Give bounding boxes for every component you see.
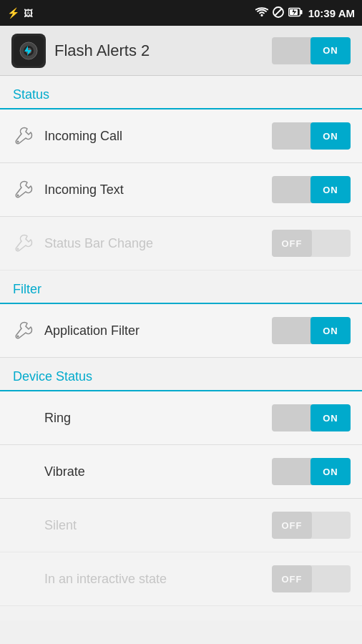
svg-point-12 <box>17 248 19 250</box>
status-bar-change-toggle[interactable]: OFF <box>272 230 351 257</box>
vibrate-label: Vibrate <box>44 464 85 479</box>
no-signal-icon <box>273 6 284 20</box>
incoming-call-label: Incoming Call <box>44 129 122 144</box>
wrench-icon <box>11 178 34 201</box>
image-icon: 🖼 <box>24 8 33 19</box>
app-header: Flash Alerts 2 ON <box>0 26 362 76</box>
wifi-icon <box>255 7 268 19</box>
incoming-text-toggle[interactable]: ON <box>272 176 351 203</box>
silent-label: Silent <box>44 518 77 533</box>
setting-row-left: Incoming Call <box>11 125 122 147</box>
status-bar-change-toggle-label: OFF <box>272 230 312 257</box>
svg-point-10 <box>17 141 19 143</box>
svg-rect-4 <box>300 10 303 14</box>
section-header-device-status: Device Status <box>0 358 362 391</box>
application-filter-toggle-label: ON <box>310 317 351 344</box>
section-header-filter: Filter <box>0 270 362 304</box>
master-toggle[interactable]: ON <box>272 37 351 64</box>
setting-row-left: Ring <box>11 411 71 426</box>
svg-line-2 <box>275 9 282 16</box>
usb-icon: ⚡ <box>7 7 19 19</box>
setting-row-left: Silent <box>11 518 77 533</box>
silent-toggle-label: OFF <box>272 512 312 539</box>
incoming-call-toggle-label: ON <box>310 122 351 150</box>
wrench-icon <box>11 232 34 255</box>
svg-point-0 <box>260 14 263 16</box>
incoming-call-toggle[interactable]: ON <box>272 122 351 150</box>
incoming-text-label: Incoming Text <box>44 182 124 197</box>
list-item[interactable]: In an interactive state OFF <box>0 552 362 606</box>
app-title: Flash Alerts 2 <box>54 42 150 60</box>
setting-row-left: Application Filter <box>11 319 140 342</box>
wrench-icon <box>11 319 34 342</box>
status-bar-change-label: Status Bar Change <box>44 236 153 251</box>
battery-icon <box>288 7 303 19</box>
ring-label: Ring <box>44 411 71 426</box>
list-item[interactable]: Incoming Text ON <box>0 163 362 217</box>
interactive-state-toggle-label: OFF <box>272 565 312 592</box>
silent-toggle[interactable]: OFF <box>272 512 351 539</box>
wrench-icon <box>11 125 34 147</box>
app-header-left: Flash Alerts 2 <box>11 34 150 68</box>
interactive-state-label: In an interactive state <box>44 572 167 587</box>
vibrate-toggle-label: ON <box>310 458 351 485</box>
status-bar: ⚡ 🖼 <box>0 0 362 26</box>
svg-point-11 <box>17 195 19 197</box>
incoming-text-toggle-label: ON <box>310 176 351 203</box>
list-item[interactable]: Status Bar Change OFF <box>0 217 362 270</box>
svg-point-13 <box>17 336 19 338</box>
list-item[interactable]: Silent OFF <box>0 499 362 552</box>
setting-row-left: Vibrate <box>11 464 85 479</box>
list-item[interactable]: Vibrate ON <box>0 445 362 499</box>
setting-row-left: In an interactive state <box>11 572 167 587</box>
vibrate-toggle[interactable]: ON <box>272 458 351 485</box>
list-item[interactable]: Ring ON <box>0 391 362 445</box>
list-item[interactable]: Incoming Call ON <box>0 109 362 163</box>
status-bar-right-icons: 10:39 AM <box>255 6 355 20</box>
time-display: 10:39 AM <box>308 7 355 19</box>
master-toggle-label: ON <box>310 37 351 64</box>
status-bar-left-icons: ⚡ 🖼 <box>7 7 33 19</box>
application-filter-label: Application Filter <box>44 323 140 338</box>
setting-row-left: Incoming Text <box>11 178 124 201</box>
list-item[interactable]: Application Filter ON <box>0 304 362 358</box>
app-icon <box>11 34 46 68</box>
application-filter-toggle[interactable]: ON <box>272 317 351 344</box>
ring-toggle[interactable]: ON <box>272 404 351 431</box>
section-header-status: Status <box>0 76 362 109</box>
setting-row-left: Status Bar Change <box>11 232 153 255</box>
ring-toggle-label: ON <box>310 404 351 431</box>
interactive-state-toggle[interactable]: OFF <box>272 565 351 592</box>
main-content: Status Incoming Call ON Incom <box>0 76 362 620</box>
